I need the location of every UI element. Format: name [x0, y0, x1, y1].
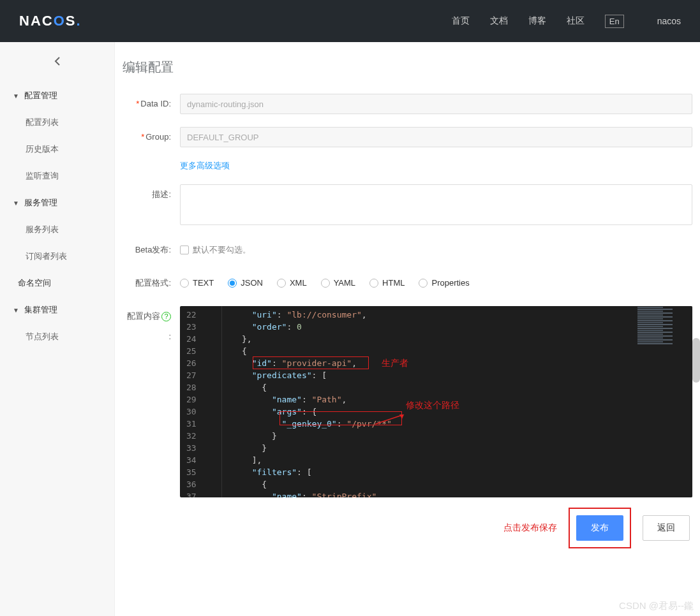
radio-yaml[interactable]: YAML: [321, 273, 355, 293]
svg-marker-1: [399, 414, 404, 419]
watermark: CSDN @君易--鑨: [619, 600, 694, 612]
menu-service-list[interactable]: 服务列表: [0, 216, 114, 243]
menu-cluster-mgmt[interactable]: ▼集群管理: [0, 297, 114, 323]
scrollbar-handle[interactable]: [692, 338, 700, 383]
radio-xml[interactable]: XML: [277, 273, 307, 293]
page-title: 编辑配置: [123, 59, 692, 76]
menu-service-mgmt[interactable]: ▼服务管理: [0, 189, 114, 216]
sidebar: ▼配置管理 配置列表 历史版本 监听查询 ▼服务管理 服务列表 订阅者列表 命名…: [0, 42, 115, 616]
annotation-click-publish: 点击发布保存: [503, 522, 557, 534]
menu-node-list[interactable]: 节点列表: [0, 323, 114, 350]
menu-history[interactable]: 历史版本: [0, 136, 114, 163]
label-content: 配置内容? :: [123, 306, 180, 347]
publish-button[interactable]: 发布: [576, 515, 623, 541]
main-content: 编辑配置 *Data ID: *Group: 更多高级选项 描述: Beta发布…: [115, 42, 700, 616]
editor-minimap[interactable]: [635, 306, 692, 497]
code-editor[interactable]: 22232425262728293031323334353637 生产者 修改这…: [180, 306, 692, 497]
textarea-desc[interactable]: [180, 184, 692, 225]
editor-code[interactable]: 生产者 修改这个路径 "uri": "lb://consumer", "orde…: [222, 306, 692, 497]
input-data-id[interactable]: [180, 94, 692, 114]
menu-subscriber[interactable]: 订阅者列表: [0, 243, 114, 270]
radio-text[interactable]: TEXT: [180, 273, 214, 293]
nav-blog[interactable]: 博客: [528, 15, 546, 27]
back-button[interactable]: 返回: [643, 515, 690, 541]
format-radio-group: TEXT JSON XML YAML HTML Properties: [180, 273, 692, 293]
radio-html[interactable]: HTML: [369, 273, 405, 293]
editor-fold-column: [208, 306, 222, 497]
help-icon[interactable]: ?: [161, 312, 171, 321]
label-format: 配置格式:: [123, 273, 180, 293]
menu-namespace[interactable]: 命名空间: [0, 270, 114, 297]
nav-docs[interactable]: 文档: [490, 15, 508, 27]
menu-listener[interactable]: 监听查询: [0, 163, 114, 189]
label-desc: 描述:: [123, 184, 180, 205]
label-beta: Beta发布:: [123, 240, 180, 260]
menu-config-mgmt[interactable]: ▼配置管理: [0, 82, 114, 109]
menu-config-list[interactable]: 配置列表: [0, 109, 114, 136]
beta-hint: 默认不要勾选。: [193, 240, 251, 260]
editor-gutter: 22232425262728293031323334353637: [180, 306, 208, 497]
label-data-id: *Data ID:: [123, 94, 180, 114]
nav-community[interactable]: 社区: [567, 15, 585, 27]
footer-actions: 点击发布保存 发布 返回: [180, 508, 692, 548]
radio-json[interactable]: JSON: [228, 273, 263, 293]
collapse-icon[interactable]: [0, 55, 114, 70]
header-nav: 首页 文档 博客 社区 En nacos: [452, 15, 681, 28]
annotation-arrow: [375, 414, 407, 430]
link-more-options[interactable]: 更多高级选项: [180, 161, 230, 170]
input-group[interactable]: [180, 127, 692, 147]
nav-home[interactable]: 首页: [452, 15, 470, 27]
svg-line-0: [375, 414, 404, 424]
annotation-modify-path: 修改这个路径: [406, 399, 459, 411]
annotation-producer: 生产者: [382, 357, 408, 369]
top-header: NACOS. 首页 文档 博客 社区 En nacos: [0, 0, 700, 42]
label-group: *Group:: [123, 127, 180, 147]
logo[interactable]: NACOS.: [19, 13, 82, 29]
checkbox-beta[interactable]: [180, 246, 189, 254]
annotation-box-publish: 发布: [569, 508, 631, 548]
user-name[interactable]: nacos: [657, 16, 681, 26]
language-toggle[interactable]: En: [605, 15, 624, 28]
radio-properties[interactable]: Properties: [419, 273, 469, 293]
